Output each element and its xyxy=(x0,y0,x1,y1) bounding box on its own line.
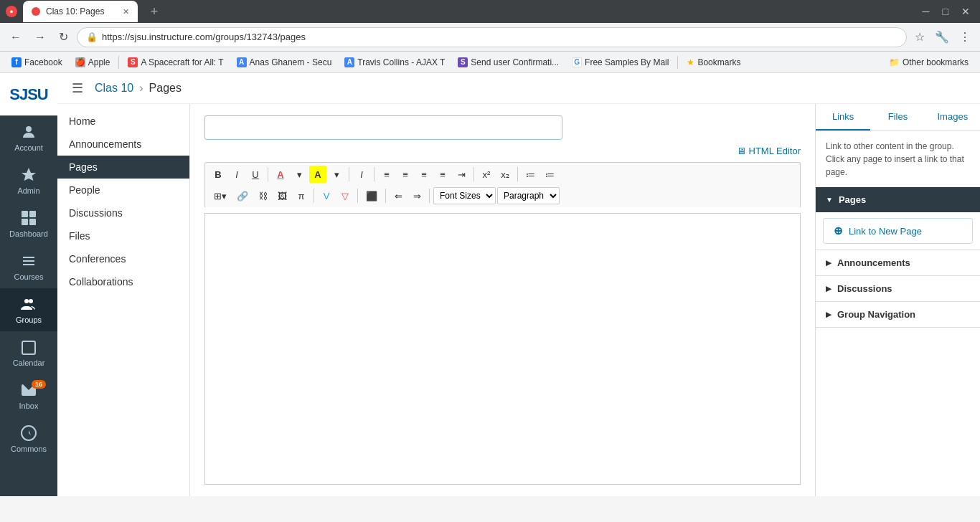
minimize-btn[interactable]: ─ xyxy=(918,4,934,19)
font-color-btn[interactable]: A xyxy=(272,166,289,183)
nav-files[interactable]: Files xyxy=(57,224,189,247)
refresh-btn[interactable]: ↻ xyxy=(55,27,72,47)
hamburger-btn[interactable]: ☰ xyxy=(72,80,83,96)
rtl-btn[interactable]: ⇒ xyxy=(408,187,425,204)
browser-tab[interactable]: Clas 10: Pages ✕ xyxy=(23,1,138,22)
sidebar-tabs: Links Files Images xyxy=(816,104,980,131)
other-bookmarks[interactable]: 📁 Other bookmarks xyxy=(883,56,974,69)
nav-announcements[interactable]: Announcements xyxy=(57,133,189,156)
align-left-btn[interactable]: ≡ xyxy=(378,166,395,183)
paragraph-select[interactable]: Paragraph xyxy=(497,187,560,204)
bookmarks-divider-2 xyxy=(677,56,678,69)
content-area: ☰ Clas 10 › Pages Home Announcements Pag… xyxy=(57,73,980,496)
indent-btn[interactable]: ⇥ xyxy=(453,166,470,183)
font-color-dropdown[interactable]: ▾ xyxy=(291,166,308,183)
accordion-discussions-header[interactable]: ▶ Discussions xyxy=(816,276,980,301)
bookmark-travis-label: Travis Collins - AJAX T xyxy=(357,57,445,67)
other-bookmarks-label: Other bookmarks xyxy=(903,57,969,67)
bold-btn[interactable]: B xyxy=(209,166,227,183)
align-center-btn[interactable]: ≡ xyxy=(397,166,414,183)
sidebar-item-calendar[interactable]: Calendar xyxy=(0,331,57,374)
ordered-list-btn[interactable]: ≔ xyxy=(541,166,559,183)
embed-yt-btn[interactable]: ▽ xyxy=(336,187,354,204)
embed-v-btn[interactable]: V xyxy=(318,187,335,204)
sidebar-item-courses[interactable]: Courses xyxy=(0,245,57,288)
bg-color-dropdown[interactable]: ▾ xyxy=(328,166,345,183)
bookmark-anas[interactable]: A Anas Ghanem - Secu xyxy=(231,56,338,69)
table-btn[interactable]: ⊞▾ xyxy=(209,187,231,204)
tab-favicon: ● xyxy=(6,6,17,17)
superscript-btn[interactable]: x² xyxy=(478,166,495,183)
align-right-btn[interactable]: ≡ xyxy=(415,166,433,183)
html-editor-link[interactable]: 🖥 HTML Editor xyxy=(737,146,801,156)
sidebar-item-admin[interactable]: Admin xyxy=(0,159,57,202)
nav-pages[interactable]: Pages xyxy=(57,156,189,179)
sidebar-item-dashboard[interactable]: Dashboard xyxy=(0,202,57,245)
bookmark-facebook[interactable]: f Facebook xyxy=(6,56,68,69)
toolbar-row-break xyxy=(209,184,796,186)
accordion-group-nav: ▶ Group Navigation xyxy=(816,302,980,328)
bookmark-anas-label: Anas Ghanem - Secu xyxy=(250,57,332,67)
sidebar-description: Link to other content in the group. Clic… xyxy=(816,131,980,187)
editor-content[interactable] xyxy=(205,214,800,429)
sidebar-label-commons: Commons xyxy=(11,445,47,453)
sidebar-item-account[interactable]: Account xyxy=(0,116,57,159)
nav-people[interactable]: People xyxy=(57,179,189,201)
maximize-btn[interactable]: □ xyxy=(938,4,953,19)
link-new-page[interactable]: ⊕ Link to New Page xyxy=(823,218,973,244)
image-btn[interactable]: 🖼 xyxy=(273,187,291,204)
editor-toolbar: B I U A ▾ A ▾ I ≡ ≡ ≡ ≡ xyxy=(204,162,801,207)
svg-rect-1 xyxy=(22,211,28,217)
bookmark-send[interactable]: S Send user Confirmati... xyxy=(452,56,565,69)
unordered-list-btn[interactable]: ≔ xyxy=(522,166,540,183)
close-btn[interactable]: ✕ xyxy=(957,4,974,19)
ltr-btn[interactable]: ⇐ xyxy=(390,187,407,204)
new-tab-btn[interactable]: + xyxy=(143,1,165,22)
bg-color-btn[interactable]: A xyxy=(309,166,326,183)
italic-btn2[interactable]: I xyxy=(353,166,370,183)
sidebar-item-commons[interactable]: Commons xyxy=(0,417,57,460)
bookmark-bookmarks[interactable]: ★ Bookmarks xyxy=(681,56,746,69)
breadcrumb-separator: › xyxy=(139,82,143,95)
tab-images[interactable]: Images xyxy=(925,104,980,130)
sidebar-item-inbox[interactable]: 16 Inbox xyxy=(0,374,57,417)
nav-home[interactable]: Home xyxy=(57,110,189,133)
bookmark-free-samples[interactable]: G Free Samples By Mail xyxy=(566,56,674,69)
close-tab-btn[interactable]: ✕ xyxy=(123,7,129,16)
bookmark-star-btn[interactable]: ☆ xyxy=(911,28,928,46)
bookmark-travis[interactable]: A Travis Collins - AJAX T xyxy=(339,56,451,69)
accordion-group-nav-header[interactable]: ▶ Group Navigation xyxy=(816,302,980,327)
link-remove-btn[interactable]: ⛓ xyxy=(254,187,272,204)
account-icon xyxy=(20,123,37,141)
sidebar-item-groups[interactable]: Groups xyxy=(0,288,57,331)
tab-links[interactable]: Links xyxy=(816,104,870,130)
subscript-btn[interactable]: x₂ xyxy=(496,166,514,183)
back-btn[interactable]: ← xyxy=(6,28,26,47)
page-title-input[interactable] xyxy=(204,115,562,140)
bookmark-spacecraft[interactable]: S A Spacecraft for All: T xyxy=(122,56,229,69)
underline-btn[interactable]: U xyxy=(247,166,264,183)
align-justify-btn[interactable]: ≡ xyxy=(434,166,451,183)
breadcrumb-course-link[interactable]: Clas 10 xyxy=(95,82,133,95)
accordion-pages-content: ⊕ Link to New Page xyxy=(816,212,980,250)
accordion-announcements-header[interactable]: ▶ Announcements xyxy=(816,250,980,275)
forward-btn[interactable]: → xyxy=(30,28,50,47)
equation-btn[interactable]: π xyxy=(293,187,310,204)
address-bar[interactable]: 🔒 https://sjsu.instructure.com/groups/13… xyxy=(77,27,907,47)
accordion-pages-header[interactable]: ▼ Pages xyxy=(816,187,980,212)
italic-btn[interactable]: I xyxy=(228,166,245,183)
tab-files[interactable]: Files xyxy=(870,104,925,130)
extensions-btn[interactable]: 🔧 xyxy=(931,28,953,46)
nav-discussions[interactable]: Discussions xyxy=(57,201,189,224)
editor-body[interactable] xyxy=(204,213,801,485)
link-btn[interactable]: 🔗 xyxy=(232,187,253,204)
courses-icon xyxy=(20,252,37,270)
html-editor-icon: 🖥 xyxy=(737,146,746,156)
font-sizes-select[interactable]: Font Sizes xyxy=(433,187,496,204)
menu-btn[interactable]: ⋮ xyxy=(956,28,974,46)
bookmark-apple[interactable]: 🍎 Apple xyxy=(70,56,116,69)
nav-collaborations[interactable]: Collaborations xyxy=(57,270,189,293)
nav-conferences[interactable]: Conferences xyxy=(57,247,189,270)
screen-btn[interactable]: ⬛ xyxy=(362,187,382,204)
sidebar-label-account: Account xyxy=(14,143,43,152)
